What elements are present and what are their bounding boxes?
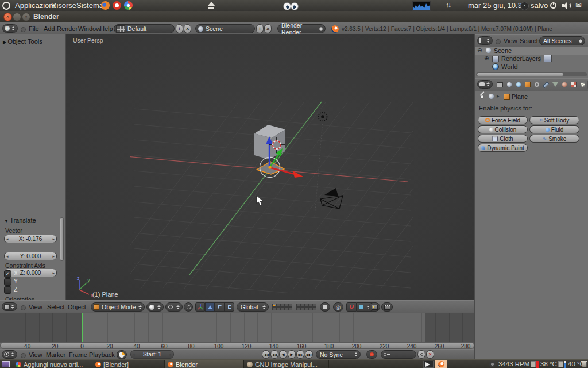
manipulator-scale-toggle[interactable]	[225, 302, 234, 312]
task-gimp-window[interactable]: GNU Image Manipul...	[244, 360, 329, 368]
breadcrumb-object-name[interactable]: Plane	[512, 93, 528, 100]
delete-keyframe-button[interactable]: ✕	[426, 350, 434, 359]
manipulator-translate-toggle[interactable]	[205, 302, 215, 312]
xeyes-left-icon[interactable]	[283, 2, 291, 10]
menu-applicazioni[interactable]: Applicazioni	[15, 1, 55, 10]
next-keyframe-button[interactable]: |▶▶	[296, 350, 304, 359]
vector-z-field[interactable]: Z: 0.000	[4, 269, 57, 277]
tab-texture-icon[interactable]	[569, 80, 578, 89]
scene-lock-toggle[interactable]	[320, 302, 330, 312]
properties-type-selector[interactable]	[477, 80, 493, 89]
timeline-type-selector[interactable]	[2, 350, 17, 359]
timeline-body[interactable]	[0, 313, 474, 343]
frame-start-field[interactable]: Start: 1	[130, 350, 174, 359]
play-reverse-button[interactable]: ◀	[279, 350, 287, 359]
window-close-button[interactable]: ×	[3, 13, 12, 21]
menu-risorse[interactable]: Risorse	[51, 1, 76, 10]
timeline-playhead[interactable]	[82, 313, 83, 342]
sync-dropdown[interactable]: No Sync	[316, 350, 361, 359]
menu-file[interactable]: File	[29, 25, 39, 32]
breadcrumb-scene-icon[interactable]	[489, 94, 494, 99]
view3d-type-selector[interactable]	[2, 302, 17, 311]
user-menu[interactable]: salvo	[531, 1, 548, 10]
view3d-collapse-icon[interactable]	[21, 305, 26, 310]
play-button[interactable]: ▶	[288, 350, 296, 359]
mail-envelope-icon[interactable]: ✉	[575, 1, 582, 9]
prev-keyframe-button[interactable]: ◀◀|	[270, 350, 278, 359]
outliner-scene-label[interactable]: Scene	[494, 47, 512, 54]
tab-modifiers-icon[interactable]	[541, 80, 550, 89]
layout-delete-button[interactable]: ✕	[184, 24, 191, 33]
constraint-x-checkbox[interactable]: ✓	[4, 270, 11, 278]
outliner-type-selector[interactable]	[477, 36, 493, 45]
renderlayer-render-toggle-icon[interactable]	[544, 55, 552, 62]
task-chrome-window[interactable]: Aggiungi nuovo arti...	[13, 360, 92, 368]
pivot-dropdown[interactable]	[165, 302, 183, 312]
tab-world-icon[interactable]	[514, 80, 523, 89]
force-field-button[interactable]: Force Field	[478, 116, 528, 124]
layers-group-2[interactable]	[296, 304, 316, 310]
outliner-menu-view[interactable]: View	[504, 37, 517, 44]
jump-to-start-button[interactable]: |◀◀	[262, 350, 270, 359]
render-engine-dropdown[interactable]: Blender Render	[277, 24, 326, 33]
task-blender-minimized[interactable]: [Blender]	[92, 360, 165, 368]
timeline-menu-view[interactable]: View	[29, 351, 42, 358]
session-indicator-icon[interactable]: ×	[520, 2, 529, 10]
constraint-z-checkbox[interactable]	[4, 286, 11, 294]
window-titlebar[interactable]: × – ▫ Blender	[0, 12, 588, 22]
clock[interactable]: mar 25 giu, 10.34	[468, 1, 526, 10]
tool-shelf-scrollbar[interactable]	[60, 217, 64, 261]
time-display-toggle[interactable]	[117, 350, 127, 359]
timeline-collapse-icon[interactable]	[21, 353, 26, 358]
dynamic-paint-button[interactable]: Dynamic Paint	[478, 144, 528, 152]
timeline-menu-playback[interactable]: Playback	[89, 351, 115, 358]
system-monitor-icon[interactable]	[412, 1, 431, 11]
view3d-menu-view[interactable]: View	[29, 304, 42, 310]
trash-icon[interactable]	[582, 361, 587, 367]
outliner-world-label[interactable]: World	[501, 63, 518, 70]
header-collapse-icon[interactable]	[21, 27, 26, 32]
menu-render[interactable]: Render	[57, 25, 78, 32]
tray-app-icon[interactable]	[423, 361, 434, 368]
menu-window[interactable]: Window	[78, 25, 100, 32]
tab-scene-icon[interactable]	[505, 80, 513, 89]
menu-sistema[interactable]: Sistema	[76, 1, 103, 10]
expand-open-icon[interactable]: ⊖	[477, 47, 482, 53]
orientation-dropdown[interactable]: Global	[237, 302, 269, 312]
render-opengl-anim-button[interactable]	[381, 302, 393, 312]
screen-layout-selector[interactable]: Default	[114, 24, 175, 33]
firefox-icon[interactable]	[101, 1, 110, 10]
outliner-row-scene[interactable]: ⊖ Scene	[475, 47, 588, 55]
soft-body-button[interactable]: ≈Soft Body	[529, 116, 579, 124]
xeyes-right-icon[interactable]	[291, 2, 299, 10]
proportional-edit-toggle[interactable]: ◎	[333, 302, 343, 312]
scene-add-button[interactable]: +	[256, 24, 264, 33]
outliner-renderlayers-label[interactable]: RenderLayers	[501, 55, 541, 62]
ubuntu-logo-icon[interactable]	[2, 2, 10, 10]
smoke-button[interactable]: ∿Smoke	[529, 135, 579, 143]
translate-panel-header[interactable]: ▼ Translate	[4, 217, 36, 224]
render-opengl-still-button[interactable]	[369, 302, 380, 312]
window-maximize-button[interactable]: ▫	[22, 13, 30, 21]
layers-group-1[interactable]	[272, 304, 292, 310]
outliner-row-world[interactable]: World	[475, 63, 588, 71]
chrome-icon[interactable]	[124, 1, 133, 10]
view3d-menu-select[interactable]: Select	[47, 304, 65, 310]
tab-object-icon[interactable]	[523, 80, 532, 89]
breadcrumb-object-icon[interactable]	[504, 94, 510, 100]
tab-constraints-icon[interactable]	[532, 80, 541, 89]
tab-particles-icon[interactable]	[578, 80, 587, 89]
keying-set-field[interactable]	[381, 350, 416, 359]
editor-type-selector[interactable]: i	[2, 24, 18, 33]
menu-help[interactable]: Help	[100, 25, 113, 32]
pivot-align-toggle[interactable]	[184, 302, 193, 312]
window-minimize-button[interactable]: –	[13, 13, 21, 21]
tab-render-icon[interactable]	[496, 80, 504, 89]
viewport-3d[interactable]: z y x User Persp (1) Plane	[66, 34, 474, 300]
scene-selector[interactable]: Scene	[195, 24, 255, 33]
opera-icon[interactable]	[113, 1, 121, 10]
fluid-button[interactable]: Fluid	[529, 125, 579, 133]
collision-button[interactable]: Collision	[478, 125, 528, 133]
scene-delete-button[interactable]: ✕	[264, 24, 272, 33]
network-arrows-icon[interactable]: ↑↓	[446, 1, 450, 9]
